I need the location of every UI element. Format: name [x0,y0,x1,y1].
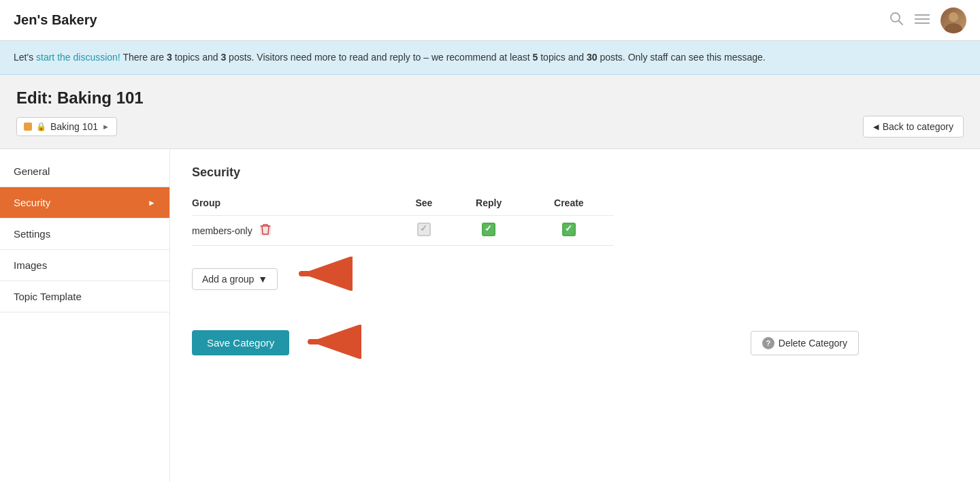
main-layout: General Security ► Settings Images Topic… [0,149,980,482]
info-banner: Let's start the discussion! There are 3 … [0,41,980,75]
menu-icon[interactable] [915,12,930,28]
sidebar: General Security ► Settings Images Topic… [0,149,170,482]
sidebar-item-images-label: Images [14,259,47,271]
dropdown-chevron-icon: ▼ [258,274,267,285]
group-cell: members-only [192,216,399,246]
svg-point-5 [949,12,958,22]
sidebar-item-topic-template-label: Topic Template [14,291,82,302]
table-row: members-only [192,216,614,246]
security-table: Group See Reply Create members-only [192,193,614,246]
posts-count: 3 [220,52,226,63]
topics-count: 3 [167,52,172,63]
edit-header: Edit: Baking 101 🔒 Baking 101 ► ◀ Back t… [0,75,980,149]
sidebar-item-general-label: General [14,165,50,177]
create-checkbox[interactable] [562,223,576,236]
add-group-button[interactable]: Add a group ▼ [192,268,278,290]
col-create: Create [529,193,614,216]
create-cell[interactable] [529,216,614,246]
add-group-row: Add a group ▼ [192,257,958,291]
bottom-actions-row: Save Category ? Delete Category [192,325,859,361]
col-group: Group [192,193,399,216]
see-checkbox[interactable] [417,223,431,236]
col-see: See [399,193,453,216]
page-title: Edit: Baking 101 [16,89,964,108]
search-icon[interactable] [889,11,904,29]
sidebar-item-settings-label: Settings [14,228,50,240]
security-section-title: Security [192,165,958,180]
back-to-category-button[interactable]: ◀ Back to category [863,116,964,138]
category-color-dot [24,123,32,131]
sidebar-item-topic-template[interactable]: Topic Template [0,281,169,312]
min-posts: 30 [587,52,598,63]
banner-text: Let's start the discussion! There are 3 … [14,52,766,63]
delete-category-button[interactable]: ? Delete Category [751,331,859,355]
sidebar-active-chevron: ► [148,198,156,208]
reply-checkbox[interactable] [482,223,495,236]
save-wrapper: Save Category [192,325,361,361]
sidebar-item-security-label: Security [14,197,50,208]
svg-line-1 [899,21,903,25]
category-breadcrumb-label: Baking 101 [50,121,98,132]
col-reply: Reply [454,193,529,216]
sidebar-item-general[interactable]: General [0,156,169,187]
sidebar-item-settings[interactable]: Settings [0,219,169,250]
group-name-label: members-only [192,225,252,236]
back-chevron-icon: ◀ [873,123,879,131]
arrow-annotation-add-group [291,257,353,291]
question-icon: ? [762,337,774,349]
reply-cell[interactable] [454,216,529,246]
category-breadcrumb[interactable]: 🔒 Baking 101 ► [16,117,117,136]
sidebar-item-images[interactable]: Images [0,250,169,281]
group-name-cell: members-only [192,223,394,238]
lock-icon: 🔒 [36,122,46,131]
svg-point-6 [945,23,962,33]
site-header: Jen's Bakery [0,0,980,41]
breadcrumb-chevron: ► [102,123,110,131]
save-category-button[interactable]: Save Category [192,330,289,355]
header-actions [889,7,966,33]
start-discussion-link[interactable]: start the discussion! [36,52,120,63]
add-group-label: Add a group [202,274,254,285]
user-avatar[interactable] [941,7,966,33]
sidebar-item-security[interactable]: Security ► [0,187,169,219]
edit-nav: 🔒 Baking 101 ► ◀ Back to category [16,116,964,138]
delete-group-icon[interactable] [258,223,273,238]
delete-category-label: Delete Category [779,338,847,349]
back-to-category-label: Back to category [883,121,953,132]
content-area: Security Group See Reply Create members-… [170,149,980,482]
min-topics: 5 [533,52,538,63]
site-title: Jen's Bakery [14,12,97,28]
arrow-annotation-save [300,325,361,361]
see-cell[interactable] [399,216,453,246]
